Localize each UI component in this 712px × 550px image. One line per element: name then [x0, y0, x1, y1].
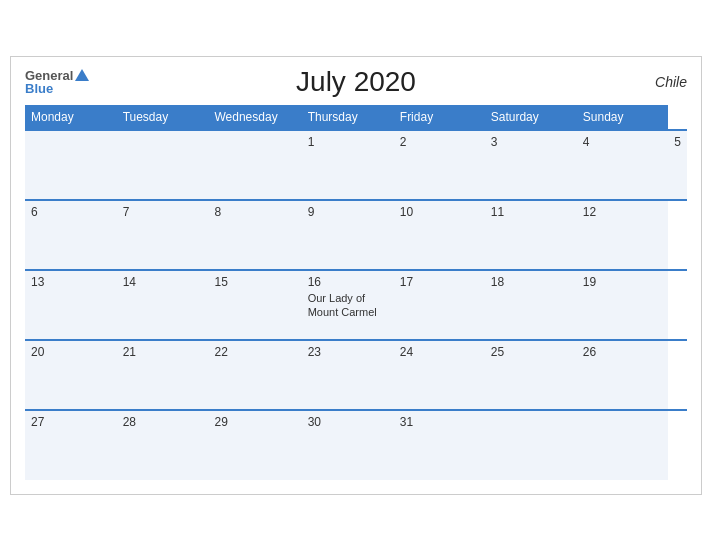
- header-friday: Friday: [394, 105, 485, 130]
- day-number: 16: [308, 275, 388, 289]
- country-label: Chile: [655, 74, 687, 90]
- day-cell: 3: [485, 130, 577, 200]
- day-cell: 12: [577, 200, 668, 270]
- day-number: 19: [583, 275, 662, 289]
- day-cell: 11: [485, 200, 577, 270]
- day-number: 6: [31, 205, 111, 219]
- event-label: Our Lady of Mount Carmel: [308, 291, 388, 320]
- day-number: 13: [31, 275, 111, 289]
- calendar-header: General Blue July 2020 Chile: [25, 69, 687, 95]
- week-row-1: 6789101112: [25, 200, 687, 270]
- day-number: 8: [214, 205, 295, 219]
- day-cell: 20: [25, 340, 117, 410]
- week-row-4: 2728293031: [25, 410, 687, 480]
- day-number: 21: [123, 345, 203, 359]
- day-number: 26: [583, 345, 662, 359]
- day-number: 5: [674, 135, 681, 149]
- day-cell: 14: [117, 270, 209, 340]
- header-monday: Monday: [25, 105, 117, 130]
- day-number: 1: [308, 135, 388, 149]
- day-number: 11: [491, 205, 571, 219]
- logo-general-text: General: [25, 69, 73, 82]
- weekday-header-row: Monday Tuesday Wednesday Thursday Friday…: [25, 105, 687, 130]
- day-cell: 16Our Lady of Mount Carmel: [302, 270, 394, 340]
- day-cell: 9: [302, 200, 394, 270]
- header-saturday: Saturday: [485, 105, 577, 130]
- logo-blue-text: Blue: [25, 82, 53, 95]
- day-cell: 6: [25, 200, 117, 270]
- day-number: 15: [214, 275, 295, 289]
- day-number: 18: [491, 275, 571, 289]
- day-cell: [25, 130, 117, 200]
- calendar-grid: Monday Tuesday Wednesday Thursday Friday…: [25, 105, 687, 480]
- day-number: 17: [400, 275, 479, 289]
- day-cell: 10: [394, 200, 485, 270]
- day-number: 29: [214, 415, 295, 429]
- header-wednesday: Wednesday: [208, 105, 301, 130]
- day-cell: 17: [394, 270, 485, 340]
- day-number: 25: [491, 345, 571, 359]
- day-cell: [208, 130, 301, 200]
- logo: General Blue: [25, 69, 89, 95]
- day-number: 14: [123, 275, 203, 289]
- day-number: 10: [400, 205, 479, 219]
- day-number: 23: [308, 345, 388, 359]
- day-cell: 18: [485, 270, 577, 340]
- day-cell: 13: [25, 270, 117, 340]
- day-cell: 5: [668, 130, 687, 200]
- day-number: 3: [491, 135, 571, 149]
- calendar-title: July 2020: [296, 66, 416, 98]
- day-cell: 22: [208, 340, 301, 410]
- day-number: 31: [400, 415, 479, 429]
- day-cell: 4: [577, 130, 668, 200]
- day-cell: 27: [25, 410, 117, 480]
- day-number: 4: [583, 135, 662, 149]
- day-number: 7: [123, 205, 203, 219]
- day-cell: [485, 410, 577, 480]
- day-cell: 19: [577, 270, 668, 340]
- day-number: 24: [400, 345, 479, 359]
- day-cell: 24: [394, 340, 485, 410]
- day-cell: 2: [394, 130, 485, 200]
- header-tuesday: Tuesday: [117, 105, 209, 130]
- header-thursday: Thursday: [302, 105, 394, 130]
- header-sunday: Sunday: [577, 105, 668, 130]
- day-cell: 7: [117, 200, 209, 270]
- day-cell: 30: [302, 410, 394, 480]
- week-row-0: 12345: [25, 130, 687, 200]
- day-number: 9: [308, 205, 388, 219]
- day-cell: 31: [394, 410, 485, 480]
- logo-triangle-icon: [75, 69, 89, 81]
- week-row-3: 20212223242526: [25, 340, 687, 410]
- day-cell: 26: [577, 340, 668, 410]
- day-number: 30: [308, 415, 388, 429]
- week-row-2: 13141516Our Lady of Mount Carmel171819: [25, 270, 687, 340]
- day-number: 28: [123, 415, 203, 429]
- day-number: 22: [214, 345, 295, 359]
- day-number: 12: [583, 205, 662, 219]
- day-cell: 8: [208, 200, 301, 270]
- day-cell: [117, 130, 209, 200]
- day-cell: 1: [302, 130, 394, 200]
- day-cell: 15: [208, 270, 301, 340]
- calendar-container: General Blue July 2020 Chile Monday Tues…: [10, 56, 702, 495]
- day-cell: 21: [117, 340, 209, 410]
- day-cell: 23: [302, 340, 394, 410]
- day-cell: [577, 410, 668, 480]
- day-number: 2: [400, 135, 479, 149]
- day-number: 20: [31, 345, 111, 359]
- day-cell: 25: [485, 340, 577, 410]
- day-cell: 29: [208, 410, 301, 480]
- day-cell: 28: [117, 410, 209, 480]
- day-number: 27: [31, 415, 111, 429]
